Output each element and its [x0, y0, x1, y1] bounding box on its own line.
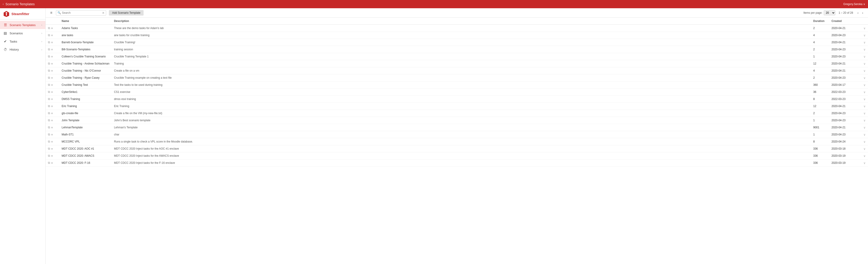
- table-row: ⧉ ≡ Math-ST1 char 1 2020-04-23 ∨: [45, 131, 868, 138]
- copy-icon[interactable]: ⧉: [48, 83, 50, 87]
- copy-icon[interactable]: ⧉: [48, 154, 50, 158]
- copy-icon[interactable]: ⧉: [48, 118, 50, 122]
- copy-icon[interactable]: ⧉: [48, 161, 50, 165]
- expand-row-icon[interactable]: ∨: [863, 83, 866, 87]
- expand-row-icon[interactable]: ∨: [863, 62, 866, 65]
- table-row: ⧉ ≡ LehmanTemplate Lehman's Template 900…: [45, 124, 868, 131]
- row-name: Crucible Training - Ryan Casey: [59, 74, 112, 81]
- top-bar: ‹ Scenario Templates Gregory.Seroka ∨: [0, 0, 868, 8]
- list-icon[interactable]: ≡: [51, 126, 53, 129]
- copy-icon[interactable]: ⧉: [48, 55, 50, 58]
- list-icon[interactable]: ≡: [51, 69, 53, 73]
- user-menu[interactable]: Gregory.Seroka ∨: [843, 2, 865, 6]
- copy-icon[interactable]: ⧉: [48, 33, 50, 37]
- expand-row-icon[interactable]: ∨: [863, 98, 866, 101]
- row-action-icons: ⧉ ≡: [45, 152, 59, 159]
- list-icon[interactable]: ≡: [51, 154, 53, 158]
- copy-icon[interactable]: ⧉: [48, 69, 50, 73]
- row-description: Training: [112, 60, 811, 67]
- list-icon[interactable]: ≡: [51, 105, 53, 108]
- list-icon[interactable]: ≡: [51, 55, 53, 58]
- search-input[interactable]: [62, 11, 102, 15]
- copy-icon[interactable]: ⧉: [48, 111, 50, 115]
- copy-icon[interactable]: ⧉: [48, 26, 50, 30]
- expand-row-icon[interactable]: ∨: [863, 161, 866, 165]
- next-page-button[interactable]: ›: [861, 10, 864, 15]
- table-row: ⧉ ≡ arw tasks arw tasks for crucible tra…: [45, 32, 868, 39]
- table-row: ⧉ ≡ MDT CDCC 2020: F-16 MDT CDCC 2020 In…: [45, 159, 868, 166]
- expand-row-icon[interactable]: ∨: [863, 76, 866, 80]
- expand-row-icon[interactable]: ∨: [863, 105, 866, 108]
- list-icon[interactable]: ≡: [51, 133, 53, 136]
- copy-icon[interactable]: ⧉: [48, 48, 50, 51]
- table-row: ⧉ ≡ John Template John's Best scenario t…: [45, 117, 868, 124]
- back-chevron-icon[interactable]: ‹: [3, 2, 4, 6]
- expand-row-icon[interactable]: ∨: [863, 126, 866, 129]
- row-expand-cell: ∨: [859, 46, 868, 53]
- copy-icon[interactable]: ⧉: [48, 41, 50, 44]
- copy-icon[interactable]: ⧉: [48, 90, 50, 94]
- list-icon[interactable]: ≡: [51, 41, 53, 44]
- row-action-icons: ⧉ ≡: [45, 103, 59, 110]
- sidebar-item-label: Scenario Templates: [9, 23, 36, 27]
- copy-icon[interactable]: ⧉: [48, 147, 50, 151]
- expand-row-icon[interactable]: ∨: [863, 48, 866, 51]
- list-icon[interactable]: ≡: [51, 119, 53, 122]
- row-name: MDT CDCC 2020: F-16: [59, 159, 112, 166]
- row-created: 2020-03-19: [829, 159, 859, 166]
- expand-row-icon[interactable]: ∨: [863, 69, 866, 73]
- row-action-icons: ⧉ ≡: [45, 124, 59, 131]
- expand-row-icon[interactable]: ∨: [863, 133, 866, 136]
- sidebar-item-history[interactable]: ⏱ History ›: [0, 46, 45, 54]
- list-icon[interactable]: ≡: [51, 98, 53, 101]
- sidebar-item-tasks[interactable]: ✔ Tasks ›: [0, 37, 45, 46]
- list-icon[interactable]: ≡: [51, 76, 53, 80]
- expand-row-icon[interactable]: ∨: [863, 154, 866, 158]
- list-icon[interactable]: ≡: [51, 90, 53, 94]
- list-icon[interactable]: ≡: [51, 48, 53, 51]
- sidebar-item-scenario-templates[interactable]: ☰ Scenario Templates ›: [0, 21, 45, 29]
- copy-icon[interactable]: ⧉: [48, 126, 50, 129]
- copy-icon[interactable]: ⧉: [48, 140, 50, 143]
- expand-row-icon[interactable]: ∨: [863, 27, 866, 30]
- expand-row-icon[interactable]: ∨: [863, 147, 866, 151]
- list-icon[interactable]: ≡: [51, 112, 53, 115]
- per-page-select[interactable]: 20 10 50 100: [824, 10, 835, 15]
- table-row: ⧉ ≡ Barrett-Scenario-Template Crucible T…: [45, 39, 868, 46]
- col-header-created: Created: [829, 18, 859, 25]
- list-icon[interactable]: ≡: [51, 161, 53, 165]
- row-created: 2020-04-23: [829, 46, 859, 53]
- expand-row-icon[interactable]: ∨: [863, 140, 866, 143]
- row-expand-cell: ∨: [859, 103, 868, 110]
- expand-row-icon[interactable]: ∨: [863, 34, 866, 37]
- copy-icon[interactable]: ⧉: [48, 97, 50, 101]
- hamburger-button[interactable]: ≡: [49, 10, 53, 15]
- items-per-page-control: Items per page: 20 10 50 100 1 – 20 of 2…: [803, 10, 864, 15]
- row-duration: 4: [811, 67, 829, 74]
- row-name: LehmanTemplate: [59, 124, 112, 131]
- expand-row-icon[interactable]: ∨: [863, 55, 866, 58]
- top-bar-left: ‹ Scenario Templates: [3, 2, 35, 6]
- expand-row-icon[interactable]: ∨: [863, 119, 866, 122]
- list-icon[interactable]: ≡: [51, 140, 53, 143]
- clear-search-icon[interactable]: ✕: [102, 11, 104, 15]
- copy-icon[interactable]: ⧉: [48, 133, 50, 136]
- add-scenario-template-button[interactable]: Add Scenario Template: [109, 10, 144, 16]
- row-name: Adams Tasks: [59, 25, 112, 32]
- expand-row-icon[interactable]: ∨: [863, 112, 866, 115]
- copy-icon[interactable]: ⧉: [48, 76, 50, 80]
- sidebar-item-scenarios[interactable]: ▤ Scenarios ›: [0, 29, 45, 37]
- copy-icon[interactable]: ⧉: [48, 62, 50, 65]
- expand-row-icon[interactable]: ∨: [863, 41, 866, 44]
- tasks-icon: ✔: [3, 39, 7, 44]
- prev-page-button[interactable]: ‹: [856, 10, 860, 15]
- list-icon[interactable]: ≡: [51, 62, 53, 65]
- list-icon[interactable]: ≡: [51, 34, 53, 37]
- table-row: ⧉ ≡ CyberStrike1 CS1 exercise 36 2022-03…: [45, 88, 868, 96]
- row-duration: 336: [811, 152, 829, 159]
- copy-icon[interactable]: ⧉: [48, 104, 50, 108]
- list-icon[interactable]: ≡: [51, 83, 53, 87]
- list-icon[interactable]: ≡: [51, 147, 53, 151]
- list-icon[interactable]: ≡: [51, 27, 53, 30]
- expand-row-icon[interactable]: ∨: [863, 90, 866, 94]
